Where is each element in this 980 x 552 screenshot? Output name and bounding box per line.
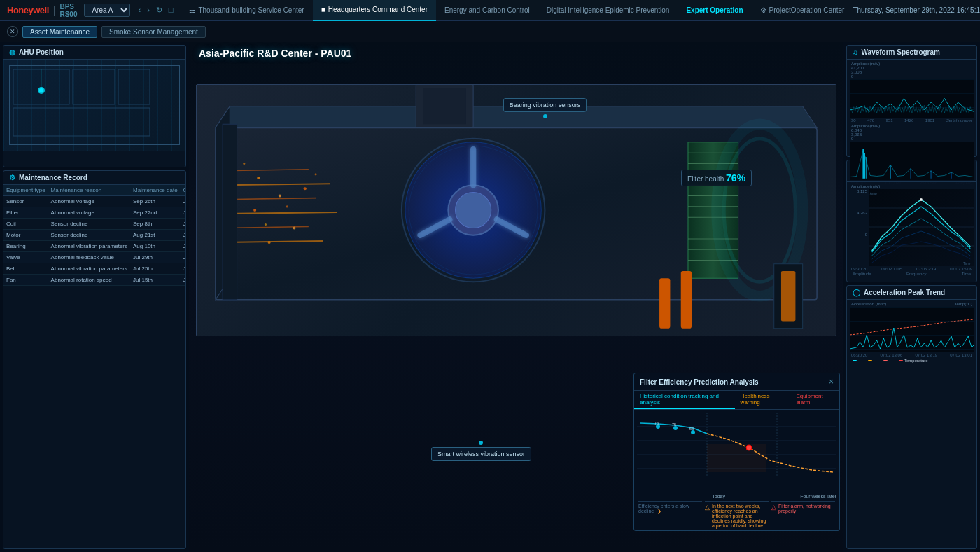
filter-tab-health[interactable]: Healthiness warning <box>735 391 791 409</box>
arrow-right-icon: ❯ <box>657 509 662 513</box>
nav-tab-expert[interactable]: Expert Operation <box>678 0 751 21</box>
filter-tabs: Historical condition tracking and analys… <box>634 391 839 410</box>
brand-name: Honeywell <box>7 5 49 15</box>
cell-type: Coil <box>4 219 48 230</box>
cell-reason: Abnormal voltage <box>48 207 130 219</box>
waterfall-chart-area: 8.125 4.262 0 <box>850 189 974 266</box>
svg-point-82 <box>920 198 923 201</box>
nav-tab-project[interactable]: ⚙ ProjectOperation Center <box>752 0 853 21</box>
col-equip-type: Equipment type <box>4 185 48 196</box>
cell-reason: Abnormal vibration parameters <box>48 241 130 252</box>
prev-arrow[interactable]: ‹ <box>136 5 143 15</box>
svg-rect-54 <box>681 271 692 329</box>
breadcrumb-close-button[interactable]: ✕ <box>7 26 18 37</box>
legend-dot-temp <box>899 360 903 361</box>
waterfall-y-axis: 8.125 4.262 0 <box>850 189 867 266</box>
maintenance-table-body: Sensor Abnormal voltage Sep 26th Jun 2nd… <box>4 196 186 286</box>
main-nav-tabs: ☷ Thousand-building Service Center ■ Hea… <box>181 0 853 21</box>
svg-point-22 <box>243 163 245 165</box>
bookmark-icon[interactable]: □ <box>167 5 176 15</box>
warning-icon: △ <box>705 504 710 511</box>
waterfall-svg: Time Amp <box>869 189 974 266</box>
filter-chart-labels: Today Four weeks later <box>634 494 839 499</box>
ahu-panel-title: AHU Position <box>19 48 64 56</box>
filter-tab-history[interactable]: Historical condition tracking and analys… <box>634 391 735 409</box>
nav-tab-thousand[interactable]: ☷ Thousand-building Service Center <box>181 0 312 21</box>
nav-tab-digital[interactable]: Digital Intelligence Epidemic Prevention <box>538 0 678 21</box>
cell-reason: Sensor decline <box>48 219 130 230</box>
legend-dot-2 <box>868 360 872 361</box>
monitor-icon: ■ <box>321 6 326 13</box>
cell-reason: Sensor decline <box>48 230 130 241</box>
cell-type: Belt <box>4 263 48 275</box>
ahu-panel-header: ◍ AHU Position <box>4 46 186 60</box>
legend-dot-3 <box>883 360 888 361</box>
accel-x-axis: 06:30:20 07:02 13:06 07:02 13:19 07:02 1… <box>850 352 974 357</box>
left-panel: ◍ AHU Position <box>0 42 189 552</box>
nav-tab-energy[interactable]: Energy and Carbon Control <box>436 0 538 21</box>
waterfall-charts: Amplitude(m/V) 8.125 4.262 0 <box>847 182 976 278</box>
svg-point-20 <box>268 241 271 244</box>
refresh-arrow[interactable]: ↻ <box>154 5 164 15</box>
svg-rect-53 <box>659 278 670 329</box>
nav-tab-hq[interactable]: ■ Headquarters Command Center <box>313 0 436 21</box>
filter-footer: Efficiency enters a slow decline ❯ △ In … <box>634 499 839 530</box>
accel-icon: ◯ <box>853 289 860 296</box>
maintenance-table: Equipment type Maintenance reason Mainte… <box>4 185 186 286</box>
bearing-callout: Bearing vibration sensors <box>503 98 587 112</box>
table-row: Valve Abnormal feedback value Jul 29th J… <box>4 252 186 263</box>
cell-odate: Jun 2nd <box>181 263 186 275</box>
chart-grid-2 <box>850 142 974 180</box>
ahu-floor-plan <box>10 66 179 144</box>
svg-point-25 <box>315 173 317 175</box>
nav-arrows: ‹ › ↻ □ <box>136 5 175 15</box>
cell-reason: Abnormal vibration parameters <box>48 263 130 275</box>
breadcrumb-asset-maintenance[interactable]: Asset Maintenance <box>22 26 97 38</box>
breadcrumb-smoke-sensor[interactable]: Smoke Sensor Management <box>102 26 206 38</box>
cell-reason: Abnormal feedback value <box>48 252 130 263</box>
cell-mdate: Aug 21st <box>130 230 181 241</box>
center-panel: Asia-Pacific R&D Center - PAU01 <box>189 42 844 552</box>
cell-type: Filter <box>4 207 48 219</box>
col-maint-reason: Maintenance reason <box>48 185 130 196</box>
bearing-callout-text: Bearing vibration sensors <box>510 102 581 109</box>
filter-label-future: Four weeks later <box>800 494 836 499</box>
vibration-callout-text: Smart wireless vibration sensor <box>438 450 525 457</box>
breadcrumb-bar: ✕ Asset Maintenance Smoke Sensor Managem… <box>0 21 980 42</box>
svg-point-23 <box>286 205 288 207</box>
accel-legend: — — — Temperature <box>850 357 974 364</box>
table-row: Belt Abnormal vibration parameters Jul 2… <box>4 263 186 275</box>
filter-health-badge: Filter health 76% <box>681 170 752 186</box>
cell-type: Sensor <box>4 196 48 207</box>
cell-mdate: Jul 25th <box>130 263 181 275</box>
accel-grid <box>850 307 974 352</box>
accel-main-chart <box>850 307 974 352</box>
area-select[interactable]: Area A Area B Area C <box>84 4 130 17</box>
center-title: Asia-Pacific R&D Center - PAU01 <box>199 48 351 59</box>
cell-odate: Jun 2nd <box>181 196 186 207</box>
waveform-charts: Amplitude(m/V) 41,200 3,008 0 30 476 <box>847 60 976 186</box>
cell-type: Motor <box>4 230 48 241</box>
filter-panel-header: Filter Efficiency Prediction Analysis × <box>634 373 839 391</box>
legend-item-temperature: Temperature <box>899 359 928 363</box>
right-panel: ♫ Waveform Spectrogram Amplitude(m/V) 41… <box>844 42 980 552</box>
filter-tab-alarm[interactable]: Equipment alarm <box>790 391 839 409</box>
svg-point-21 <box>304 187 307 190</box>
svg-rect-2 <box>118 69 150 104</box>
svg-point-18 <box>253 209 256 212</box>
cell-mdate: Sep 8th <box>130 219 181 230</box>
maintenance-table-container[interactable]: Equipment type Maintenance reason Mainte… <box>4 185 186 286</box>
brand-product: BPS RS00 <box>59 3 77 18</box>
waterfall-footer-labels: Amplitude Frequency Time <box>850 271 974 277</box>
next-arrow[interactable]: › <box>145 5 152 15</box>
filter-panel-close[interactable]: × <box>829 377 834 387</box>
waterfall-x-axis: 09:30:20 09:02 1105 07:05 2:19 07:07 15:… <box>850 266 974 271</box>
maintenance-icon: ⚙ <box>9 174 15 181</box>
svg-rect-51 <box>424 88 466 124</box>
svg-point-24 <box>265 223 267 226</box>
waveform-y-label1: Amplitude(m/V) 41,200 3,008 0 <box>850 61 974 79</box>
waveform-y-label2: Amplitude(m/V) 6,040 3,023 0 <box>850 123 974 142</box>
accel-peak-panel: ◯ Acceleration Peak Trend Acceleration (… <box>846 285 977 549</box>
svg-point-16 <box>257 177 260 179</box>
equipment-body <box>196 84 836 336</box>
